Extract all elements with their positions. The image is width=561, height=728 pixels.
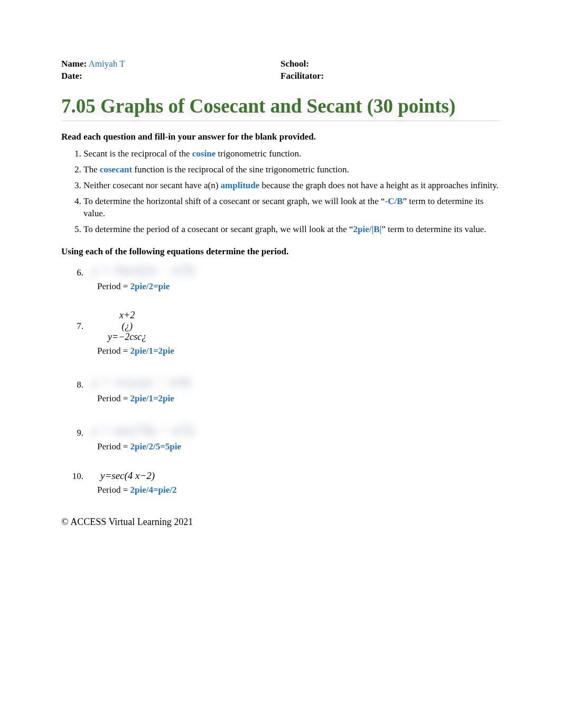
facilitator-line: Facilitator: <box>280 70 500 82</box>
period-answer: 2pie/1=2pie <box>130 393 174 403</box>
blurred-equation: y = ½csc(x − π/4) <box>92 374 191 390</box>
period-answer: 2pie/2=pie <box>130 281 170 291</box>
fill-in-item-2: The cosecant function is the reciprocal … <box>83 163 500 176</box>
fill-in-pre: To determine the horizontal shift of a c… <box>83 196 385 206</box>
date-line: Date: <box>61 70 280 82</box>
question-number: 9. <box>61 428 90 438</box>
fill-in-answer: 2pie/|B| <box>353 224 382 234</box>
fill-in-answer: cosine <box>192 149 216 159</box>
fill-in-answer: amplitude <box>221 180 260 190</box>
equation-stack: x+2 (¿) y=−2csc¿ <box>108 310 146 343</box>
period-label: Period = <box>97 346 130 356</box>
question-number: 7. <box>61 321 90 331</box>
period-answer: 2pie/4=pie/2 <box>130 485 176 495</box>
period-line: Period = 2pie/2/5=5pie <box>97 441 500 452</box>
page-title: 7.05 Graphs of Cosecant and Secant (30 p… <box>61 94 500 118</box>
fill-in-post: because the graph does not have a height… <box>259 180 499 190</box>
period-line: Period = 2pie/1=2pie <box>97 346 500 356</box>
fill-in-item-3: Neither cosecant nor secant have a(n) am… <box>83 179 500 192</box>
fill-in-post: function is the reciprocal of the sine t… <box>132 164 349 174</box>
eq-bot: y=−2csc¿ <box>108 331 146 343</box>
date-label: Date: <box>61 71 82 81</box>
facilitator-label: Facilitator: <box>280 71 324 81</box>
name-label: Name: <box>61 59 87 69</box>
fill-in-item-5: To determine the period of a cosecant or… <box>83 223 500 236</box>
name-value: Amiyah T <box>88 59 125 69</box>
question-row: 7. x+2 (¿) y=−2csc¿ <box>61 310 500 343</box>
question-9: 9. y = sec(⅔x − π/5) Period = 2pie/2/5=5… <box>61 422 500 452</box>
question-number: 8. <box>61 380 90 390</box>
equation-text: y=sec(4 x−2) <box>100 470 155 482</box>
fill-in-answer: cosecant <box>100 164 132 174</box>
period-line: Period = 2pie/2=pie <box>97 281 500 292</box>
period-label: Period = <box>97 393 130 403</box>
fill-in-pre: Neither cosecant nor secant have a(n) <box>83 180 221 190</box>
fill-in-post: ” term to determine its value. <box>381 224 486 234</box>
fill-in-list: Secant is the reciprocal of the cosine t… <box>61 148 500 236</box>
fill-in-post: trigonometric function. <box>216 149 301 159</box>
instruction-1: Read each question and fill-in your answ… <box>61 132 500 142</box>
period-label: Period = <box>97 281 130 291</box>
copyright-footer: © ACCESS Virtual Learning 2021 <box>61 517 500 528</box>
name-line: Name: Amiyah T <box>61 58 280 70</box>
header-left: Name: Amiyah T Date: <box>61 58 280 82</box>
school-label: School: <box>280 59 309 69</box>
fill-in-pre: To determine the period of a cosecant or… <box>83 224 353 234</box>
blurred-equation: y = sec(⅔x − π/5) <box>92 422 194 438</box>
question-10: 10. y=sec(4 x−2) Period = 2pie/4=pie/2 <box>61 470 500 495</box>
question-8: 8. y = ½csc(x − π/4) Period = 2pie/1=2pi… <box>61 374 500 404</box>
period-answer: 2pie/1=2pie <box>130 346 174 356</box>
question-row: 6. y = 3sec(2x − π/3) <box>61 262 500 278</box>
fill-in-pre: Secant is the reciprocal of the <box>83 149 192 159</box>
question-number: 10. <box>61 471 90 482</box>
fill-in-item-1: Secant is the reciprocal of the cosine t… <box>83 148 500 160</box>
question-7: 7. x+2 (¿) y=−2csc¿ Period = 2pie/1=2pie <box>61 310 500 356</box>
title-underline <box>61 121 500 121</box>
question-row: 10. y=sec(4 x−2) <box>61 470 500 482</box>
question-row: 9. y = sec(⅔x − π/5) <box>61 422 500 438</box>
period-line: Period = 2pie/4=pie/2 <box>97 485 500 495</box>
question-number: 6. <box>61 268 90 278</box>
fill-in-pre: The <box>83 164 100 174</box>
document-page: Name: Amiyah T Date: School: Facilitator… <box>0 0 561 549</box>
eq-top: x+2 <box>108 310 146 321</box>
period-answer: 2pie/2/5=5pie <box>130 441 181 451</box>
period-label: Period = <box>97 485 130 495</box>
eq-mid: (¿) <box>108 321 146 332</box>
period-label: Period = <box>97 441 130 451</box>
period-line: Period = 2pie/1=2pie <box>97 393 500 404</box>
instruction-2: Using each of the following equations de… <box>61 246 500 257</box>
header-row: Name: Amiyah T Date: School: Facilitator… <box>61 58 500 82</box>
question-row: 8. y = ½csc(x − π/4) <box>61 374 500 390</box>
fill-in-answer: -C/B <box>385 196 403 206</box>
fill-in-item-4: To determine the horizontal shift of a c… <box>83 195 500 220</box>
blurred-equation: y = 3sec(2x − π/3) <box>92 262 194 278</box>
school-line: School: <box>280 58 500 70</box>
header-right: School: Facilitator: <box>280 58 500 82</box>
question-6: 6. y = 3sec(2x − π/3) Period = 2pie/2=pi… <box>61 262 500 292</box>
